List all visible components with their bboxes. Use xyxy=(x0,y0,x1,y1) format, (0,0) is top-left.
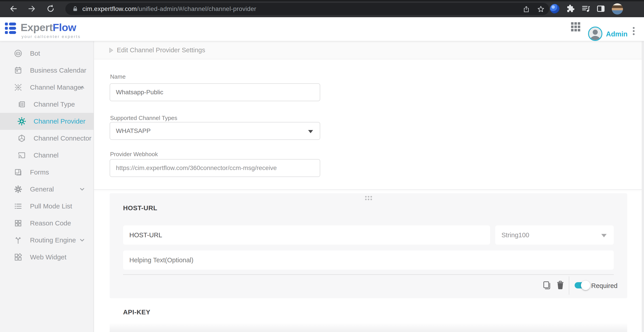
share-icon[interactable] xyxy=(523,5,530,13)
browser-reload-icon[interactable] xyxy=(46,4,55,13)
required-toggle[interactable] xyxy=(575,282,589,288)
drag-handle-icon[interactable] xyxy=(365,196,372,200)
attribute-name-input[interactable] xyxy=(123,225,490,245)
logo-tagline: your callcenter experts xyxy=(22,34,81,39)
browser-chrome: cim.expertflow.com/unified-admin/#/chann… xyxy=(0,0,644,17)
sidebar-item-label: Channel Provider xyxy=(34,118,86,125)
bot-icon xyxy=(14,49,23,58)
media-playlist-icon[interactable] xyxy=(581,4,591,13)
chevron-up-icon xyxy=(79,84,86,91)
sidebar-item-label: Channel xyxy=(34,152,59,159)
calendar-icon xyxy=(14,66,23,75)
reason-grid-icon xyxy=(14,218,23,228)
sidebar-item-label: Routing Engine xyxy=(30,236,76,244)
admin-menu-label[interactable]: Admin xyxy=(606,30,628,38)
url-domain: cim.expertflow.com xyxy=(82,5,137,12)
select-caret-icon xyxy=(308,130,313,133)
sidebar-item-label: Forms xyxy=(30,168,49,176)
app-header: ExpertFlow your callcenter experts Admin xyxy=(0,17,644,41)
channel-types-value: WHATSAPP xyxy=(116,127,150,135)
delete-trash-icon[interactable] xyxy=(556,280,565,290)
sidebar-item-forms[interactable]: Forms xyxy=(0,164,94,181)
attribute-card-api-key-top xyxy=(110,323,627,332)
page-title: Edit Channel Provider Settings xyxy=(117,46,205,54)
sidebar-item-business-calendar[interactable]: Business Calendar xyxy=(0,62,94,79)
section-divider xyxy=(94,189,642,190)
browser-forward-icon[interactable] xyxy=(27,4,36,13)
required-label: Required xyxy=(591,282,618,290)
sidebar-item-label: Bot xyxy=(30,50,40,57)
sidebar-item-general[interactable]: General xyxy=(0,181,94,198)
webhook-input[interactable] xyxy=(110,159,320,177)
sidebar-item-label: Pull Mode List xyxy=(30,202,72,210)
forms-icon xyxy=(14,167,23,177)
channel-provider-icon xyxy=(17,117,26,126)
breadcrumb-caret-icon xyxy=(109,47,114,53)
url-path: /unified-admin/#/channel/channel-provide… xyxy=(137,5,256,12)
sidebar-item-label: Web Widget xyxy=(30,253,66,261)
expertflow-logo-mark xyxy=(5,22,16,35)
url-text: cim.expertflow.com/unified-admin/#/chann… xyxy=(82,5,256,12)
browser-back-icon[interactable] xyxy=(9,4,18,13)
main-panel: Edit Channel Provider Settings Name Supp… xyxy=(94,41,644,332)
cast-icon xyxy=(17,151,26,160)
channel-type-icon xyxy=(17,100,26,109)
header-kebab-icon[interactable] xyxy=(633,26,634,36)
scrollbar[interactable] xyxy=(642,41,644,332)
toggle-knob xyxy=(581,281,590,290)
expertflow-logo-text: ExpertFlow xyxy=(20,21,76,33)
sidebar-item-label: Business Calendar xyxy=(30,67,86,74)
sidebar-item-channel-type[interactable]: Channel Type xyxy=(0,96,94,113)
chevron-down-icon xyxy=(79,186,86,193)
gear-icon xyxy=(14,184,23,194)
chrome-top-strip xyxy=(0,0,644,1)
logo-expert: Expert xyxy=(20,21,52,33)
sidebar-item-label: General xyxy=(30,185,54,193)
attribute-title: HOST-URL xyxy=(123,204,157,212)
browser-profile-avatar[interactable] xyxy=(612,3,623,14)
hub-icon xyxy=(14,83,23,92)
webhook-label: Provider Webhook xyxy=(110,151,158,158)
sidebar-item-channel-provider[interactable]: Channel Provider xyxy=(0,113,94,130)
next-attribute-title: API-KEY xyxy=(123,309,150,316)
helping-text-input[interactable] xyxy=(123,250,614,270)
attribute-card-host-url: HOST-URL String100 Required xyxy=(110,193,627,298)
attribute-type-select[interactable]: String100 xyxy=(495,225,614,245)
sidebar-item-bot[interactable]: Bot xyxy=(0,45,94,62)
sidebar-item-label: Channel Type xyxy=(34,101,75,108)
sidebar-item-channel[interactable]: Channel xyxy=(0,147,94,164)
name-input[interactable] xyxy=(110,83,320,101)
user-avatar[interactable] xyxy=(588,27,602,41)
connector-icon xyxy=(17,134,26,143)
address-bar[interactable]: cim.expertflow.com/unified-admin/#/chann… xyxy=(65,3,549,15)
sidebar-item-reason-code[interactable]: Reason Code xyxy=(0,215,94,232)
list-icon xyxy=(14,201,23,211)
route-split-icon xyxy=(14,235,23,245)
side-panel-icon[interactable] xyxy=(596,4,606,13)
bookmark-star-icon[interactable] xyxy=(537,5,545,13)
logo-flow: Flow xyxy=(52,21,76,33)
channel-types-label: Supported Channel Types xyxy=(110,115,177,122)
lock-icon[interactable] xyxy=(72,5,78,12)
sidebar-item-web-widget[interactable]: Web Widget xyxy=(0,249,94,266)
actions-divider xyxy=(569,276,569,295)
sidebar-item-pull-mode-list[interactable]: Pull Mode List xyxy=(0,198,94,215)
chevron-down-icon xyxy=(79,237,86,244)
breadcrumb: Edit Channel Provider Settings xyxy=(94,41,642,59)
extension-swirl-icon[interactable] xyxy=(550,4,560,13)
widgets-icon xyxy=(14,252,23,262)
apps-grid-icon[interactable] xyxy=(571,22,580,31)
sidebar-item-channel-connector[interactable]: Channel Connector xyxy=(0,130,94,147)
name-label: Name xyxy=(110,73,126,80)
channel-types-select[interactable]: WHATSAPP xyxy=(110,122,320,140)
attribute-type-value: String100 xyxy=(502,231,529,239)
sidebar-item-label: Channel Manager xyxy=(30,84,84,91)
copy-icon[interactable] xyxy=(542,280,552,290)
sidebar-item-label: Channel Connector xyxy=(34,135,92,142)
sidebar-item-routing-engine[interactable]: Routing Engine xyxy=(0,232,94,249)
sidebar-item-channel-manager[interactable]: Channel Manager xyxy=(0,79,94,96)
sidebar-nav: Bot Business Calendar Channel Manager xyxy=(0,41,94,332)
extensions-puzzle-icon[interactable] xyxy=(566,4,575,13)
sidebar-item-label: Reason Code xyxy=(30,219,71,227)
card-divider xyxy=(123,274,614,275)
